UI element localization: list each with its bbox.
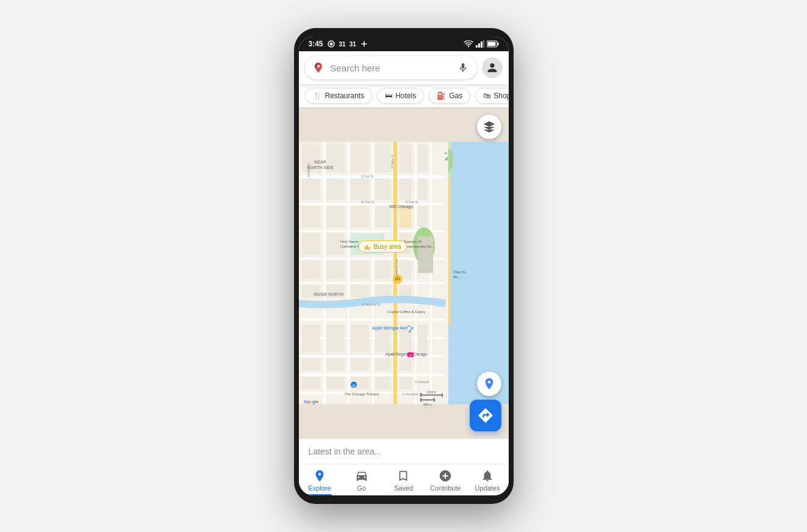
hotels-pill[interactable]: 🛏 Hotels — [377, 88, 424, 104]
svg-rect-49 — [375, 206, 390, 228]
busy-area-label: Busy area — [374, 243, 401, 250]
status-left: 3:45 31 31 — [309, 40, 368, 48]
svg-text:Cupitol Coffee & Eatery: Cupitol Coffee & Eatery — [387, 310, 426, 314]
svg-rect-9 — [487, 42, 495, 46]
svg-rect-48 — [351, 206, 369, 228]
chart-icon — [364, 243, 371, 250]
svg-text:E Oak St: E Oak St — [406, 200, 418, 204]
restaurants-label: Restaurants — [325, 92, 365, 100]
svg-rect-42 — [351, 179, 369, 200]
svg-rect-43 — [375, 179, 390, 200]
svg-text:NEAR: NEAR — [314, 160, 326, 164]
time-display: 3:45 — [309, 40, 323, 48]
svg-rect-46 — [302, 206, 320, 228]
svg-rect-118 — [399, 278, 400, 281]
nav-updates[interactable]: Updates — [467, 464, 509, 495]
svg-point-111 — [444, 154, 448, 157]
svg-rect-79 — [326, 377, 345, 389]
layers-icon — [482, 120, 496, 134]
svg-text:The Chicago Theatre: The Chicago Theatre — [345, 392, 379, 396]
svg-rect-116 — [395, 278, 396, 281]
svg-rect-36 — [351, 145, 369, 173]
notification-icon1: 31 — [339, 41, 346, 48]
wifi-icon — [464, 40, 473, 48]
svg-rect-129 — [365, 246, 366, 250]
shopping-label: Shopping — [493, 92, 508, 100]
status-right — [464, 40, 499, 48]
explore-icon — [313, 469, 326, 483]
location-button[interactable] — [477, 372, 501, 396]
svg-text:NORTH SIDE: NORTH SIDE — [307, 165, 334, 170]
status-bar: 3:45 31 31 — [299, 37, 509, 51]
svg-text:N Willis St: N Willis St — [307, 163, 310, 177]
restaurants-pill[interactable]: 🍴 Restaurants — [305, 88, 373, 104]
nav-explore[interactable]: Explore — [299, 464, 341, 495]
svg-rect-47 — [326, 206, 345, 228]
svg-text:1000 ft: 1000 ft — [426, 390, 436, 394]
profile-button[interactable] — [482, 57, 503, 78]
svg-rect-5 — [481, 41, 482, 48]
svg-text:E Oak St: E Oak St — [361, 174, 374, 178]
gas-pill[interactable]: ⛽ Gas — [429, 88, 470, 104]
category-pills: 🍴 Restaurants 🛏 Hotels ⛽ Gas 🛍 Shopping — [299, 84, 509, 107]
svg-text:M: M — [352, 384, 354, 387]
svg-rect-67 — [302, 325, 320, 353]
mic-button[interactable] — [456, 61, 470, 74]
svg-rect-59 — [351, 261, 369, 279]
map-area[interactable]: NEAR NORTH SIDE 360 Chicago Museum Of Co… — [299, 107, 509, 439]
svg-rect-38 — [400, 145, 412, 173]
layers-button[interactable] — [477, 115, 501, 139]
screen-record-icon — [327, 40, 335, 48]
go-label: Go — [357, 484, 366, 492]
notification-icon2: 31 — [350, 41, 356, 48]
svg-text:200 m: 200 m — [423, 403, 432, 406]
map-svg: NEAR NORTH SIDE 360 Chicago Museum Of Co… — [299, 107, 509, 439]
profile-icon — [486, 61, 499, 74]
svg-rect-29 — [372, 142, 374, 404]
phone-frame: 3:45 31 31 — [294, 28, 514, 504]
svg-rect-37 — [375, 145, 390, 173]
svg-rect-117 — [397, 276, 398, 281]
latest-text: Latest in the area... — [309, 447, 382, 456]
svg-rect-82 — [400, 377, 412, 389]
search-placeholder[interactable]: Search here — [331, 63, 450, 73]
saved-label: Saved — [394, 484, 413, 492]
svg-text:W Oak St: W Oak St — [361, 200, 375, 204]
svg-text:N Wabash: N Wabash — [415, 380, 429, 384]
svg-rect-78 — [302, 377, 320, 389]
svg-rect-8 — [497, 43, 498, 46]
svg-rect-31 — [415, 142, 417, 404]
svg-text:Ohio St.: Ohio St. — [453, 270, 467, 274]
directions-button[interactable] — [470, 400, 501, 431]
svg-text:Apple Michigan Avenue: Apple Michigan Avenue — [372, 326, 414, 331]
link-icon — [360, 40, 368, 48]
gas-label: Gas — [449, 92, 462, 100]
svg-text:RIVER NORTH: RIVER NORTH — [314, 292, 343, 297]
updates-icon — [481, 469, 494, 483]
nav-contribute[interactable]: Contribute — [425, 464, 467, 495]
nav-saved[interactable]: Saved — [382, 464, 425, 495]
svg-rect-6 — [483, 40, 484, 48]
directions-icon — [477, 407, 494, 424]
svg-point-112 — [407, 326, 411, 329]
svg-rect-76 — [375, 359, 390, 371]
search-bar[interactable]: Search here — [305, 56, 477, 79]
maps-logo-icon — [312, 62, 325, 74]
nav-go[interactable]: Go — [340, 464, 382, 495]
svg-rect-51 — [418, 206, 427, 228]
svg-rect-44 — [400, 179, 412, 200]
shopping-pill[interactable]: 🛍 Shopping — [475, 88, 508, 104]
svg-rect-60 — [375, 261, 390, 279]
signal-icon — [476, 40, 484, 48]
saved-icon — [396, 469, 410, 483]
svg-rect-69 — [351, 325, 369, 353]
svg-rect-65 — [375, 286, 390, 298]
explore-label: Explore — [308, 484, 331, 492]
svg-rect-4 — [478, 43, 480, 48]
battery-icon — [487, 40, 499, 48]
svg-text:Be...: Be... — [453, 275, 461, 279]
svg-rect-39 — [418, 145, 427, 173]
bottom-nav: Explore Go Saved — [299, 464, 509, 495]
compass-icon — [482, 377, 496, 390]
app-content: Search here 🍴 — [299, 51, 509, 495]
